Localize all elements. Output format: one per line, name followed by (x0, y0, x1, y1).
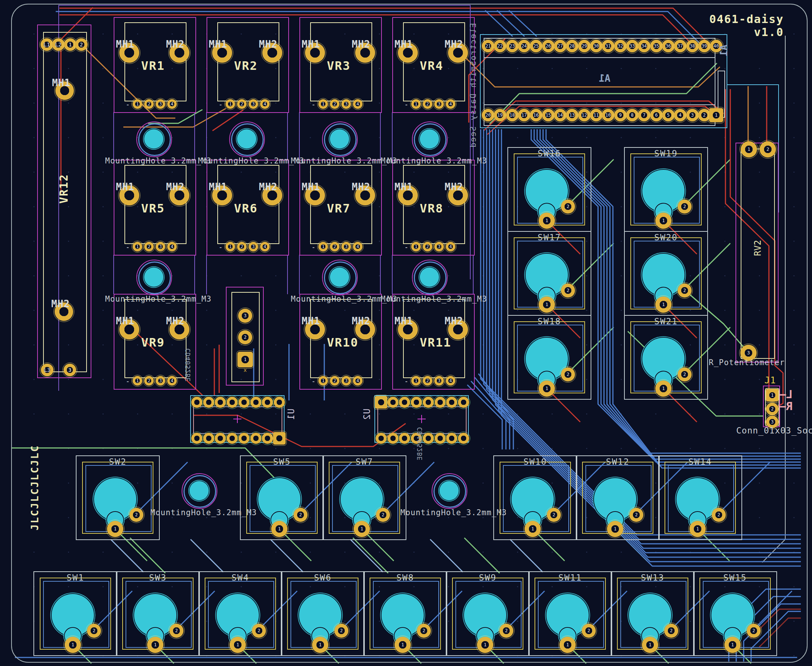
footprint-sw5[interactable]: 12SW5 (240, 455, 324, 540)
footprint-vr5[interactable]: MH1MH2VR5-1234 (114, 160, 196, 256)
mounting-hole-label: MountingHole_3.2mm_M3 (381, 157, 479, 165)
SW5-ref-label: SW5 (241, 457, 323, 467)
footprint-vr10[interactable]: MH1MH2VR10-1234 (300, 294, 382, 390)
ref-label: VR10 (327, 335, 359, 349)
mounting-hole[interactable] (136, 260, 172, 295)
footprint-vr4[interactable]: MH1MH2VR4-1234 (392, 17, 475, 113)
footprint-sw7[interactable]: 12SW7 (323, 455, 406, 540)
ref-label: VR2 (234, 59, 258, 73)
mounting-hole-drill (420, 129, 439, 148)
U2-pad[interactable] (411, 397, 422, 408)
footprint-sw9[interactable]: 12SW9 (446, 571, 530, 656)
mounting-hole[interactable] (322, 260, 358, 295)
U2-pad[interactable] (387, 433, 399, 444)
U2-pad[interactable] (375, 396, 387, 409)
mounting-hole-label: MountingHole_3.2mm_M3 (105, 157, 203, 165)
VR11-pin-pad-number: 2 (426, 378, 429, 383)
a1-pin-pad-number: 17 (522, 112, 527, 118)
VR10-pin-pad-number: 2 (333, 378, 336, 383)
U1-pad[interactable] (239, 433, 250, 444)
U2-pad[interactable] (458, 433, 469, 444)
footprint-sw12[interactable]: 12SW12 (576, 455, 660, 540)
U1-pad[interactable] (191, 433, 203, 444)
footprint-vr3[interactable]: MH1MH2VR3-1234 (300, 17, 382, 113)
SW20-pad2-number: 2 (683, 288, 686, 293)
footprint-sw16[interactable]: 12SW16 (507, 147, 591, 232)
footprint-sw13[interactable]: 12SW13 (611, 571, 695, 656)
U1-pad[interactable] (191, 397, 203, 408)
mounting-hole[interactable] (136, 122, 172, 157)
U1-pad[interactable] (273, 432, 286, 445)
mounting-hole[interactable] (229, 122, 265, 157)
footprint-sw2[interactable]: 12SW2 (76, 455, 160, 540)
footprint-vr1[interactable]: MH1MH2VR1-1234 (114, 17, 196, 113)
footprint-sw15[interactable]: 12SW15 (693, 571, 777, 656)
a1-pin-pad-number: 25 (534, 43, 539, 49)
mounting-hole[interactable] (322, 122, 358, 157)
U2-pad[interactable] (446, 433, 457, 444)
SW20-ref-label: SW20 (625, 232, 707, 242)
U2-pad[interactable] (399, 433, 410, 444)
U1-pad[interactable] (227, 397, 238, 408)
footprint-vr11[interactable]: MH1MH2VR11-1234 (392, 294, 475, 390)
footprint-sw18[interactable]: 12SW18 (507, 315, 591, 400)
U2-pad[interactable] (446, 397, 457, 408)
SW15-pad1-number: 1 (731, 642, 734, 648)
footprint-sw21[interactable]: 12SW21 (624, 315, 708, 400)
mounting-hole[interactable] (412, 122, 448, 157)
footprint-sw14[interactable]: 12SW14 (658, 455, 742, 540)
footprint-rv2[interactable]: RV2 123 (736, 143, 779, 363)
footprint-vr7[interactable]: MH1MH2VR7-1234 (300, 160, 382, 256)
U1-pad[interactable] (227, 433, 238, 444)
footprint-sw1[interactable]: 12SW1 (33, 571, 117, 656)
U1-pad[interactable] (274, 397, 285, 408)
footprint-vr6[interactable]: MH1MH2VR6-1234 (206, 160, 289, 256)
mounting-hole[interactable] (182, 473, 217, 509)
VR3-pin-pad-number: 2 (333, 101, 336, 107)
footprint-u1[interactable] (190, 395, 285, 443)
footprint-vr8[interactable]: MH1MH2VR8-1234 (392, 160, 475, 256)
mounting-hole-drill (330, 129, 349, 148)
a1-ref-label-side: A1 (718, 45, 730, 56)
footprint-sw4[interactable]: 12SW4 (198, 571, 282, 656)
footprint-sw10[interactable]: 12SW10 (493, 455, 577, 540)
mounting-hole[interactable] (412, 260, 448, 295)
U2-pad[interactable] (423, 397, 434, 408)
pcb-editor-canvas[interactable]: 0461-daisy v1.0 JLCJLCJLCJLC ElectroSmit… (0, 0, 812, 666)
U1-pad[interactable] (203, 397, 214, 408)
a1-pin-pad-number: 19 (497, 112, 502, 118)
VR9-mh1-label: MH1 (116, 315, 135, 326)
VR3-mh2-label: MH2 (352, 39, 371, 50)
U1-pad[interactable] (215, 397, 226, 408)
footprint-sw19[interactable]: 12SW19 (624, 147, 708, 232)
footprint-vr12[interactable]: VR12 L1L212MH1MH2L33 (37, 25, 91, 378)
U2-pad[interactable] (387, 397, 399, 408)
U2-pad[interactable] (435, 397, 446, 408)
U2-pad[interactable] (423, 433, 434, 444)
U1-pad[interactable] (215, 433, 226, 444)
footprint-sw11[interactable]: 12SW11 (528, 571, 612, 656)
VR4-mh2-label: MH2 (445, 39, 463, 50)
U1-pad[interactable] (239, 397, 250, 408)
footprint-sw20[interactable]: 12SW20 (624, 231, 708, 316)
U2-pad[interactable] (458, 397, 469, 408)
U2-pad[interactable] (435, 433, 446, 444)
U1-pad[interactable] (262, 397, 273, 408)
U2-pad[interactable] (376, 433, 387, 444)
U1-pad[interactable] (250, 397, 262, 408)
footprint-j1[interactable]: 123 (763, 386, 780, 427)
U1-pad[interactable] (250, 433, 262, 444)
rv2-footprint-name: R_Potentiometer (709, 358, 783, 367)
footprint-sw6[interactable]: 12SW6 (281, 571, 365, 656)
mounting-hole[interactable] (432, 473, 467, 509)
footprint-vr9[interactable]: MH1MH2VR9-1234 (114, 294, 196, 390)
footprint-vr2[interactable]: MH1MH2VR2-1234 (206, 17, 289, 113)
footprint-sw8[interactable]: 12SW8 (363, 571, 447, 656)
footprint-sw3[interactable]: 12SW3 (116, 571, 200, 656)
footprint-sw17[interactable]: 12SW17 (507, 231, 591, 316)
U1-pad[interactable] (262, 433, 273, 444)
U2-pad[interactable] (399, 397, 410, 408)
VR9-pin-pad-number: 4 (171, 378, 173, 383)
footprint-center-pot[interactable]: 321x (226, 287, 264, 386)
U1-pad[interactable] (203, 433, 214, 444)
